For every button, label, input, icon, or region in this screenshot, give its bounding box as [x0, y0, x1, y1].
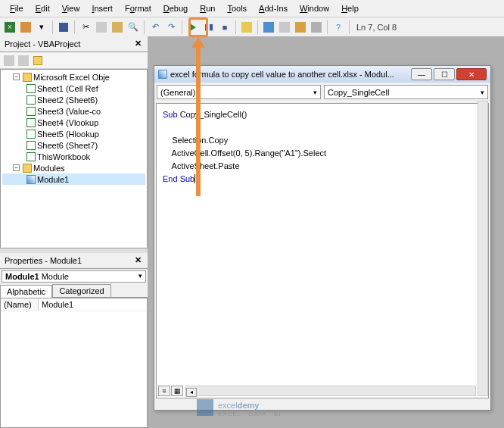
properties-window-icon[interactable] [278, 20, 291, 34]
tree-sheet[interactable]: Sheet6 (Sheet7) [2, 139, 145, 151]
tree-module1[interactable]: Module1 [2, 173, 145, 185]
tree-sheet[interactable]: Sheet3 (Value-co [2, 105, 145, 117]
excel-icon[interactable]: X [3, 20, 17, 34]
menu-addins[interactable]: Add-Ins [254, 2, 293, 14]
tab-alphabetic[interactable]: Alphabetic [0, 285, 52, 298]
menu-tools[interactable]: Tools [222, 2, 252, 14]
properties-title: Properties - Module1 ✕ [0, 253, 148, 269]
tree-modules-folder[interactable]: −Modules [2, 162, 145, 173]
toolbar: X ▾ ✂ 🔍 ↶ ↷ ▮▮ ■ ? Ln 7, Col 8 [0, 17, 504, 37]
menu-file[interactable]: File [5, 2, 29, 14]
tree-sheet[interactable]: Sheet2 (Sheet6) [2, 94, 145, 105]
cursor-position: Ln 7, Col 8 [356, 23, 397, 32]
code-editor[interactable]: Sub Copy_SingleCell() Selection.Copy Act… [156, 103, 489, 398]
tree-excel-objects-folder[interactable]: −Microsoft Excel Obje [2, 71, 145, 83]
project-explorer-icon[interactable] [262, 20, 275, 34]
menu-help[interactable]: Help [336, 2, 364, 14]
menu-edit[interactable]: Edit [30, 2, 55, 14]
code-window: excel formula to copy cell value to anot… [154, 65, 491, 411]
horizontal-scrollbar[interactable]: ◂ [185, 386, 476, 396]
properties-grid[interactable]: (Name) Module1 [0, 298, 148, 428]
full-module-view-icon[interactable]: ▦ [171, 386, 183, 396]
properties-title-text: Properties - Module1 [5, 256, 82, 265]
menu-insert[interactable]: Insert [86, 2, 118, 14]
project-explorer-title: Project - VBAProject ✕ [0, 36, 148, 52]
dropdown-arrow-icon[interactable]: ▾ [35, 20, 48, 34]
insert-object-icon[interactable] [19, 20, 33, 34]
close-properties-pane-icon[interactable]: ✕ [132, 255, 143, 266]
break-icon[interactable]: ▮▮ [202, 20, 216, 34]
project-title-text: Project - VBAProject [5, 39, 80, 48]
vertical-scrollbar[interactable] [478, 101, 488, 396]
menu-run[interactable]: Run [194, 2, 220, 14]
view-object-icon[interactable] [17, 55, 30, 67]
menu-view[interactable]: View [57, 2, 86, 14]
code-window-title: excel formula to copy cell value to anot… [170, 70, 408, 79]
minimize-button[interactable]: — [411, 68, 432, 80]
module-icon [158, 70, 167, 79]
tree-sheet[interactable]: Sheet4 (Vlookup [2, 117, 145, 128]
procedure-combo[interactable]: Copy_SingleCell▾ [324, 85, 488, 99]
find-icon[interactable]: 🔍 [126, 20, 140, 34]
tree-thisworkbook[interactable]: ThisWorkbook [2, 151, 145, 162]
maximize-button[interactable]: ☐ [434, 68, 455, 80]
properties-tabs: Alphabetic Categorized [0, 284, 148, 298]
tree-sheet[interactable]: Sheet1 (Cell Ref [2, 83, 145, 94]
reset-icon[interactable]: ■ [218, 20, 232, 34]
project-tree[interactable]: −Microsoft Excel Obje Sheet1 (Cell Ref S… [0, 69, 148, 248]
menu-format[interactable]: Format [120, 2, 157, 14]
toolbox-icon[interactable] [310, 20, 323, 34]
object-browser-icon[interactable] [294, 20, 307, 34]
property-row: (Name) Module1 [1, 298, 147, 311]
close-project-pane-icon[interactable]: ✕ [132, 39, 143, 49]
properties-object-select[interactable]: Module1 Module ▾ [2, 270, 146, 283]
view-code-icon[interactable] [3, 55, 15, 67]
property-name: (Name) [1, 298, 39, 311]
save-icon[interactable] [57, 20, 70, 34]
close-button[interactable]: ✕ [456, 68, 487, 80]
undo-icon[interactable]: ↶ [148, 20, 162, 34]
menu-window[interactable]: Window [294, 2, 334, 14]
menu-bar: File Edit View Insert Format Debug Run T… [0, 0, 504, 17]
cut-icon[interactable]: ✂ [79, 20, 92, 34]
property-value[interactable]: Module1 [39, 298, 76, 311]
procedure-view-icon[interactable]: ≡ [158, 386, 170, 396]
code-window-titlebar[interactable]: excel formula to copy cell value to anot… [154, 66, 490, 83]
paste-icon[interactable] [110, 20, 124, 34]
tree-sheet[interactable]: Sheet5 (Hlookup [2, 128, 145, 139]
help-icon[interactable]: ? [331, 20, 345, 34]
redo-icon[interactable]: ↷ [164, 20, 178, 34]
copy-icon[interactable] [95, 20, 108, 34]
design-mode-icon[interactable] [240, 20, 254, 34]
run-icon[interactable] [186, 20, 200, 34]
tab-categorized[interactable]: Categorized [52, 284, 110, 297]
object-combo[interactable]: (General)▾ [157, 85, 321, 99]
toggle-folders-icon[interactable] [32, 55, 44, 67]
watermark: exceldemy EXCEL · DATA · BI [197, 398, 282, 417]
project-explorer-toolbar [0, 52, 148, 69]
menu-debug[interactable]: Debug [158, 2, 193, 14]
watermark-logo-icon [197, 399, 213, 416]
